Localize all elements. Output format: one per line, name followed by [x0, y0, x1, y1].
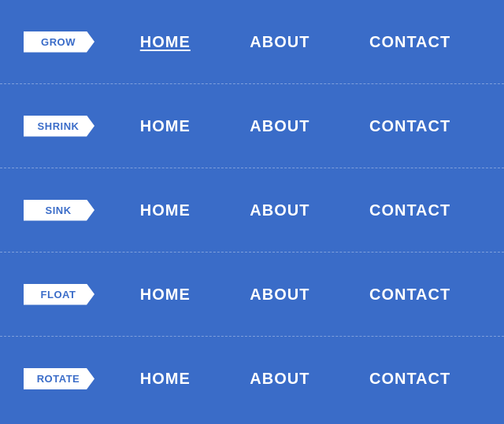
- nav-link-shrink-about[interactable]: ABOUT: [250, 117, 309, 135]
- nav-row-shrink: SHRINKHOMEABOUTCONTACT: [0, 84, 504, 168]
- nav-link-rotate-contact[interactable]: CONTACT: [369, 370, 450, 388]
- nav-link-shrink-home[interactable]: HOME: [140, 117, 191, 135]
- nav-links-grow: HOMEABOUTCONTACT: [110, 33, 480, 51]
- nav-row-sink: SINKHOMEABOUTCONTACT: [0, 168, 504, 253]
- nav-links-shrink: HOMEABOUTCONTACT: [110, 117, 480, 135]
- nav-link-grow-home[interactable]: HOME: [140, 33, 191, 51]
- nav-link-sink-about[interactable]: ABOUT: [250, 201, 309, 219]
- badge-grow[interactable]: GROW: [24, 31, 94, 53]
- nav-link-shrink-contact[interactable]: CONTACT: [369, 117, 450, 135]
- badge-rotate[interactable]: ROTATE: [24, 368, 94, 389]
- nav-row-grow: GROWHOMEABOUTCONTACT: [0, 0, 504, 84]
- nav-link-sink-home[interactable]: HOME: [140, 201, 191, 219]
- nav-link-float-contact[interactable]: CONTACT: [369, 286, 450, 304]
- nav-links-float: HOMEABOUTCONTACT: [110, 286, 480, 304]
- nav-link-grow-about[interactable]: ABOUT: [250, 33, 309, 51]
- main-container: GROWHOMEABOUTCONTACTSHRINKHOMEABOUTCONTA…: [0, 0, 504, 424]
- nav-link-rotate-home[interactable]: HOME: [140, 370, 191, 388]
- nav-row-rotate: ROTATEHOMEABOUTCONTACT: [0, 337, 504, 421]
- badge-sink[interactable]: SINK: [24, 200, 94, 221]
- nav-row-float: FLOATHOMEABOUTCONTACT: [0, 253, 504, 337]
- badge-shrink[interactable]: SHRINK: [24, 116, 94, 137]
- badge-float[interactable]: FLOAT: [24, 284, 94, 305]
- nav-links-rotate: HOMEABOUTCONTACT: [110, 370, 480, 388]
- nav-link-rotate-about[interactable]: ABOUT: [250, 370, 309, 388]
- nav-link-float-about[interactable]: ABOUT: [250, 286, 309, 304]
- nav-link-grow-contact[interactable]: CONTACT: [369, 33, 450, 51]
- nav-link-sink-contact[interactable]: CONTACT: [369, 201, 450, 219]
- nav-links-sink: HOMEABOUTCONTACT: [110, 201, 480, 219]
- nav-link-float-home[interactable]: HOME: [140, 286, 191, 304]
